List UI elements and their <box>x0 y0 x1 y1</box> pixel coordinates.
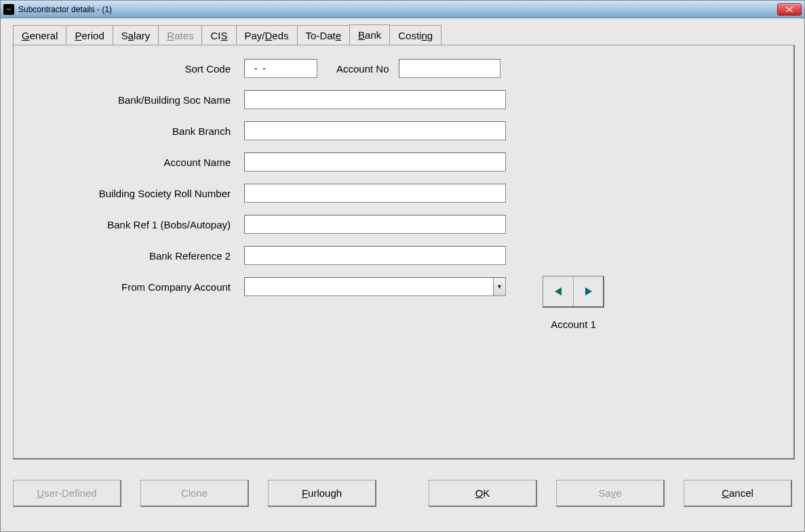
bank-soc-name-input[interactable] <box>244 90 506 109</box>
tab-panel-bank: Sort Code Account No Bank/Building Soc N… <box>13 45 795 459</box>
window-title: Subcontractor details - (1) <box>18 5 112 14</box>
label-account-no: Account No <box>336 63 399 75</box>
label-bank-ref2: Bank Reference 2 <box>27 250 244 262</box>
bank-ref1-input[interactable] <box>244 215 506 234</box>
roll-number-input[interactable] <box>244 184 506 203</box>
label-bank-ref1: Bank Ref 1 (Bobs/Autopay) <box>27 219 244 230</box>
label-bank-branch: Bank Branch <box>27 125 244 137</box>
chevron-down-icon: ▼ <box>493 278 505 295</box>
tab-rates: Rates <box>158 25 202 45</box>
cancel-button[interactable]: Cancel <box>684 480 792 507</box>
tab-strip: General Period Salary Rates CIS Pay/Deds… <box>13 24 799 45</box>
account-name-input[interactable] <box>244 152 506 171</box>
app-icon: ··· <box>3 4 14 15</box>
tab-bank[interactable]: Bank <box>349 24 390 45</box>
titlebar: ··· Subcontractor details - (1) <box>1 1 804 18</box>
label-from-company-account: From Company Account <box>27 281 244 293</box>
bank-ref2-input[interactable] <box>244 246 506 265</box>
sort-code-input[interactable] <box>244 59 317 78</box>
label-account-name: Account Name <box>27 157 244 168</box>
client-area: General Period Salary Rates CIS Pay/Deds… <box>1 18 804 531</box>
label-bank-soc-name: Bank/Building Soc Name <box>27 94 244 106</box>
label-roll-number: Building Society Roll Number <box>27 188 244 199</box>
prev-account-button[interactable] <box>543 277 573 306</box>
close-button[interactable] <box>777 3 802 16</box>
user-defined-button: User-Defined <box>13 480 121 507</box>
arrow-right-icon <box>585 287 592 295</box>
from-company-account-select[interactable]: ▼ <box>244 277 506 296</box>
account-no-input[interactable] <box>399 59 500 78</box>
tab-period[interactable]: Period <box>66 25 113 45</box>
clone-button: Clone <box>140 480 249 507</box>
furlough-button[interactable]: Furlough <box>268 480 376 507</box>
account-nav: Account 1 <box>543 276 604 330</box>
label-sort-code: Sort Code <box>27 63 244 75</box>
tab-todate[interactable]: To-Date <box>297 25 351 45</box>
tab-paydeds[interactable]: Pay/Deds <box>236 25 298 45</box>
save-button: Save <box>556 480 665 507</box>
from-company-account-value <box>245 278 493 295</box>
close-icon <box>786 7 793 12</box>
arrow-left-icon <box>555 287 562 295</box>
ok-button[interactable]: OK <box>429 480 537 507</box>
tab-costing[interactable]: Costing <box>389 25 441 45</box>
tab-salary[interactable]: Salary <box>113 25 159 45</box>
account-indicator: Account 1 <box>543 319 604 330</box>
tab-general[interactable]: General <box>13 25 66 45</box>
bank-branch-input[interactable] <box>244 121 506 140</box>
tab-cis[interactable]: CIS <box>201 25 236 45</box>
window: ··· Subcontractor details - (1) General … <box>0 0 805 532</box>
button-bar: User-Defined Clone Furlough OK Save Canc… <box>13 480 792 507</box>
next-account-button[interactable] <box>573 277 603 306</box>
